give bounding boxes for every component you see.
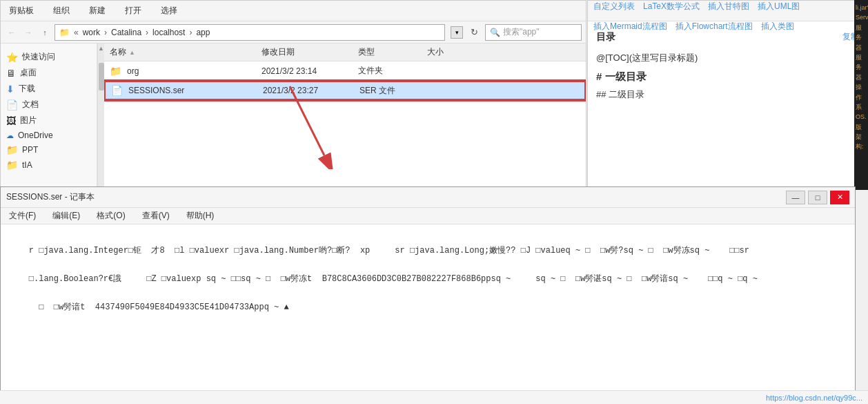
search-icon: 🔍	[490, 28, 500, 37]
toolbar-select[interactable]: 选择	[158, 3, 180, 18]
file-type-sessions: SER 文件	[354, 85, 423, 97]
file-type-org: 文件夹	[353, 65, 422, 77]
sidebar-label-documents: 文档	[22, 99, 39, 110]
sidebar-item-desktop[interactable]: 🖥 桌面	[1, 65, 97, 81]
toolbar-flowchart[interactable]: 插入Flowchart流程图	[675, 21, 753, 32]
notepad-line3: □ □w髣谙t 4437490F5049E84D4933C5E41D04733A…	[29, 302, 289, 312]
sidebar-label-ppt: PPT	[22, 145, 38, 155]
column-type[interactable]: 类型	[353, 46, 422, 58]
sidebar-item-downloads[interactable]: ⬇ 下载	[1, 81, 97, 97]
notepad-titlebar: SESSIONS.ser - 记事本 — □ ✕	[1, 187, 855, 208]
sidebar-label-onedrive: OneDrive	[18, 131, 53, 140]
file-list-header: 名称 ▲ 修改日期 类型 大小	[104, 44, 586, 61]
menu-format[interactable]: 格式(O)	[94, 209, 128, 223]
address-path[interactable]: 📁 « work › Catalina › localhost › app	[55, 24, 445, 41]
right-panel-content: 目录 复制 @[TOC](这里写目录标题) # 一级目录 ## 二级目录	[588, 21, 867, 110]
pictures-icon: 🖼	[6, 115, 16, 126]
tia-folder-icon: 📁	[6, 160, 18, 171]
search-placeholder: 搜索"app"	[503, 26, 540, 38]
download-icon: ⬇	[6, 84, 14, 95]
toc-item-toc: @[TOC](这里写目录标题)	[596, 50, 859, 67]
search-box[interactable]: 🔍 搜索"app"	[485, 24, 582, 41]
path-icon: 📁	[59, 28, 70, 37]
sidebar-item-pictures[interactable]: 🖼 图片	[1, 113, 97, 128]
dark-panel-text: li.jar' Serve 服务器 服务器 操作系 OS.版 架构:	[854, 0, 868, 155]
sidebar-item-onedrive[interactable]: ☁ OneDrive	[1, 128, 97, 142]
notepad-menubar: 文件(F) 编辑(E) 格式(O) 查看(V) 帮助(H)	[1, 208, 855, 224]
notepad-window: SESSIONS.ser - 记事本 — □ ✕ 文件(F) 编辑(E) 格式(…	[0, 186, 856, 404]
documents-icon: 📄	[6, 99, 18, 110]
toolbar-organize[interactable]: 组织	[50, 3, 72, 18]
column-size[interactable]: 大小	[422, 46, 586, 58]
forward-button[interactable]: →	[21, 26, 35, 39]
refresh-button[interactable]: ↻	[466, 24, 482, 41]
maximize-button[interactable]: □	[808, 191, 827, 204]
type-label: 类型	[358, 47, 375, 57]
menu-help[interactable]: 帮助(H)	[184, 209, 217, 223]
right-panel: 自定义列表 LaTeX数学公式 插入甘特图 插入UML图 插入Mermaid流程…	[587, 0, 868, 190]
sidebar-scrollbar[interactable]: ▲	[97, 44, 104, 189]
sidebar-label-quick-access: 快速访问	[22, 51, 55, 63]
sidebar-label-tia: tIA	[22, 160, 32, 170]
onedrive-icon: ☁	[6, 131, 14, 140]
file-date-sessions: 2021/3/2 23:27	[257, 86, 354, 95]
sidebar: ⭐ 快速访问 🖥 桌面 ⬇ 下载 📄 文档 🖼 图片 ☁ OneDrive	[1, 44, 97, 189]
menu-edit[interactable]: 编辑(E)	[50, 209, 83, 223]
sidebar-item-documents[interactable]: 📄 文档	[1, 97, 97, 113]
column-date[interactable]: 修改日期	[256, 46, 353, 58]
toc-item-h2: ## 二级目录	[596, 86, 859, 104]
column-name[interactable]: 名称 ▲	[104, 46, 256, 58]
file-name-sessions: 📄 SESSIONS.ser	[106, 85, 257, 96]
toolbar-uml[interactable]: 插入UML图	[758, 1, 800, 12]
dark-side-panel: li.jar' Serve 服务器 服务器 操作系 OS.版 架构:	[854, 0, 868, 190]
path-catalina: Catalina	[111, 28, 141, 37]
notepad-content[interactable]: r □java.lang.Integer□钜 才8 □l □valuexr □j…	[1, 224, 855, 403]
toolbar-new[interactable]: 新建	[86, 3, 108, 18]
toolbar-latex[interactable]: LaTeX数学公式	[643, 1, 700, 12]
right-panel-toolbar: 自定义列表 LaTeX数学公式 插入甘特图 插入UML图 插入Mermaid流程…	[588, 1, 867, 21]
size-label: 大小	[427, 47, 444, 57]
back-button[interactable]: ←	[5, 26, 19, 39]
path-localhost: localhost	[152, 28, 185, 37]
minimize-button[interactable]: —	[786, 191, 805, 204]
file-name-org: 📁 org	[104, 66, 256, 77]
toc-item-h1: # 一级目录	[596, 67, 859, 87]
file-icon-sessions: 📄	[111, 85, 123, 96]
file-explorer: 剪贴板 组织 新建 打开 选择 ← → ↑ 📁 « work › Catalin…	[0, 0, 586, 190]
toolbar-class-diagram[interactable]: 插入类图	[761, 21, 794, 32]
menu-file[interactable]: 文件(F)	[6, 209, 39, 223]
star-icon: ⭐	[6, 52, 18, 63]
sidebar-item-tia[interactable]: 📁 tIA	[1, 157, 97, 173]
path-dropdown[interactable]: ▾	[451, 26, 463, 39]
file-row-sessions[interactable]: 📄 SESSIONS.ser 2021/3/2 23:27 SER 文件	[104, 81, 586, 100]
toc-label: 目录	[596, 28, 615, 46]
toolbar-custom-list[interactable]: 自定义列表	[593, 1, 635, 12]
explorer-body: ⭐ 快速访问 🖥 桌面 ⬇ 下载 📄 文档 🖼 图片 ☁ OneDrive	[1, 44, 586, 189]
sidebar-label-pictures: 图片	[20, 115, 37, 126]
sidebar-label-desktop: 桌面	[20, 67, 37, 79]
notepad-line1: r □java.lang.Integer□钜 才8 □l □valuexr □j…	[29, 246, 749, 256]
window-controls: — □ ✕	[786, 191, 849, 204]
explorer-toolbar: 剪贴板 组织 新建 打开 选择	[1, 1, 586, 21]
status-bar: https://blog.csdn.net/qy99c...	[0, 390, 868, 404]
sort-icon: ▲	[129, 49, 135, 56]
sidebar-label-downloads: 下载	[19, 83, 35, 95]
menu-view[interactable]: 查看(V)	[139, 209, 172, 223]
date-label: 修改日期	[262, 47, 295, 57]
address-bar: ← → ↑ 📁 « work › Catalina › localhost › …	[1, 21, 586, 44]
path-app: app	[196, 28, 210, 37]
sidebar-item-quick-access[interactable]: ⭐ 快速访问	[1, 49, 97, 65]
file-row-org[interactable]: 📁 org 2021/3/2 23:14 文件夹	[104, 61, 586, 81]
sidebar-item-ppt[interactable]: 📁 PPT	[1, 142, 97, 157]
path-work: work	[83, 28, 100, 37]
ppt-folder-icon: 📁	[6, 144, 18, 155]
toolbar-open[interactable]: 打开	[122, 3, 144, 18]
name-label: 名称	[110, 46, 126, 58]
notepad-title: SESSIONS.ser - 记事本	[6, 191, 95, 203]
notepad-line2: □.lang.Boolean?r€誐 □Z □valuexp sq ~ □□sq…	[29, 274, 758, 284]
close-button[interactable]: ✕	[830, 191, 849, 204]
toolbar-gantt[interactable]: 插入甘特图	[708, 1, 749, 12]
file-date-org: 2021/3/2 23:14	[256, 66, 353, 76]
up-button[interactable]: ↑	[38, 26, 52, 39]
toolbar-clipboard[interactable]: 剪贴板	[6, 3, 37, 18]
